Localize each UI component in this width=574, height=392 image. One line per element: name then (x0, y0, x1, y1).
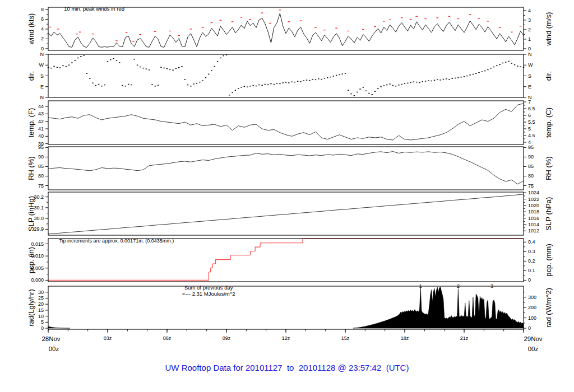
right-tick-label-slp: 1022 (528, 197, 539, 202)
wind-direction-points (368, 93, 369, 94)
wind-direction-points (392, 85, 394, 86)
wind-direction-points (116, 60, 117, 61)
wind-peak-marks (511, 32, 513, 32)
wind-peak-marks (279, 10, 281, 10)
wind-peak-marks (269, 23, 271, 24)
wind-direction-points (475, 73, 476, 74)
panel-frame-pcp (48, 239, 524, 282)
right-tick-label-temp: 6 (528, 113, 531, 118)
wind-direction-points (92, 83, 93, 84)
right-tick-label-rad: 0 (528, 325, 531, 331)
wind-direction-points (493, 67, 494, 68)
wind-direction-points (151, 84, 152, 85)
precip-accumulation-steps (48, 239, 524, 280)
wind-direction-points (274, 84, 275, 85)
left-axis-title-rh: RH (%) (27, 156, 35, 180)
wind-direction-points (261, 85, 262, 86)
wind-direction-points (446, 78, 447, 80)
left-tick-label-slp: 30.0 (34, 216, 44, 221)
wind-direction-points (217, 61, 218, 62)
panel-frame-temp (48, 101, 524, 144)
wind-direction-points (50, 68, 52, 69)
left-tick-label-temp: 41 (38, 126, 44, 132)
right-tick-label-dir: W (528, 62, 533, 68)
wind-direction-points (425, 81, 426, 82)
wind-peak-marks (178, 35, 180, 36)
panel-slp: 29.930.030.130.2101210141016101810201022… (27, 190, 553, 235)
wind-direction-points (59, 67, 61, 68)
wind-direction-points (398, 85, 399, 86)
wind-direction-points (53, 66, 54, 67)
wind-direction-points (508, 61, 509, 62)
wind-peak-marks (220, 20, 222, 21)
wind-direction-points (232, 92, 233, 94)
wind-peak-marks (190, 29, 192, 29)
left-axis-title-pcp: pcp. (in) (27, 247, 35, 273)
right-tick-label-wind: 3 (528, 17, 531, 23)
panel-frame-wind (48, 7, 524, 50)
left-tick-label-temp: 40 (38, 133, 44, 139)
wind-direction-points (339, 74, 340, 76)
left-tick-label-temp: 42 (38, 119, 44, 124)
wind-direction-points (478, 72, 479, 73)
wind-direction-points (416, 82, 417, 83)
wind-peak-marks (154, 31, 156, 32)
wind-direction-points (505, 62, 506, 63)
wind-direction-points (199, 82, 200, 83)
wind-direction-points (303, 80, 304, 81)
wind-peak-marks (424, 18, 427, 19)
right-tick-label-wind: 1 (528, 36, 531, 42)
right-tick-label-slp: 1012 (528, 228, 539, 234)
wind-direction-points (164, 68, 165, 69)
wind-peak-marks (202, 27, 204, 28)
x-tick-label: 09z (223, 335, 231, 341)
wind-direction-points (71, 62, 72, 63)
wind-direction-points (309, 80, 310, 81)
wind-peak-marks (383, 21, 385, 21)
wind-direction-points (297, 81, 298, 82)
wind-peak-marks (478, 18, 480, 18)
wind-peak-marks (374, 26, 376, 27)
wind-peak-marks (232, 21, 234, 22)
wind-direction-points (333, 76, 334, 77)
wind-direction-points (80, 56, 81, 57)
left-tick-label-dir: E (40, 84, 44, 90)
wind-peak-marks (335, 28, 337, 29)
wind-direction-points (113, 58, 114, 59)
wind-direction-points (469, 74, 470, 76)
right-tick-label-dir: N (528, 52, 532, 57)
wind-direction-points (146, 68, 147, 69)
wind-direction-points (247, 87, 248, 88)
right-tick-label-slp: 1018 (528, 209, 539, 214)
annotation-rad-0: Sum of previous day (184, 284, 233, 291)
wind-direction-points (240, 87, 242, 88)
wind-direction-points (372, 94, 373, 95)
wind-direction-points (294, 82, 295, 83)
wind-direction-points (443, 79, 444, 80)
wind-direction-points (110, 59, 111, 60)
wind-direction-points (265, 84, 266, 85)
wind-direction-points (89, 78, 90, 79)
x-tick-label: 06z (163, 335, 172, 341)
wind-direction-points (410, 82, 411, 83)
wind-direction-points (413, 82, 414, 83)
wind-direction-points (386, 85, 387, 86)
left-tick-label-wind: 2 (41, 36, 44, 41)
wind-direction-points (86, 73, 87, 74)
left-tick-label-wind: 0 (41, 46, 44, 52)
wind-direction-points (202, 80, 203, 81)
right-tick-label-temp: 5.5 (528, 119, 535, 125)
wind-peak-marks (211, 22, 213, 23)
right-axis-title-dir: dir. (544, 71, 553, 81)
wind-direction-points (125, 86, 126, 87)
wind-direction-points (457, 77, 459, 78)
wind-direction-points (291, 82, 292, 83)
wind-peak-marks (76, 34, 78, 34)
wind-direction-points (285, 82, 286, 83)
panel-frame-dir (48, 54, 524, 97)
right-tick-label-pcp: 0 (528, 277, 531, 283)
panel-temp: 39404142434444.555.566.57temp. (F)temp. … (27, 99, 553, 147)
right-tick-label-rad: 100 (528, 315, 536, 321)
wind-direction-points (363, 87, 364, 88)
left-tick-label-rad: 15 (38, 307, 44, 313)
